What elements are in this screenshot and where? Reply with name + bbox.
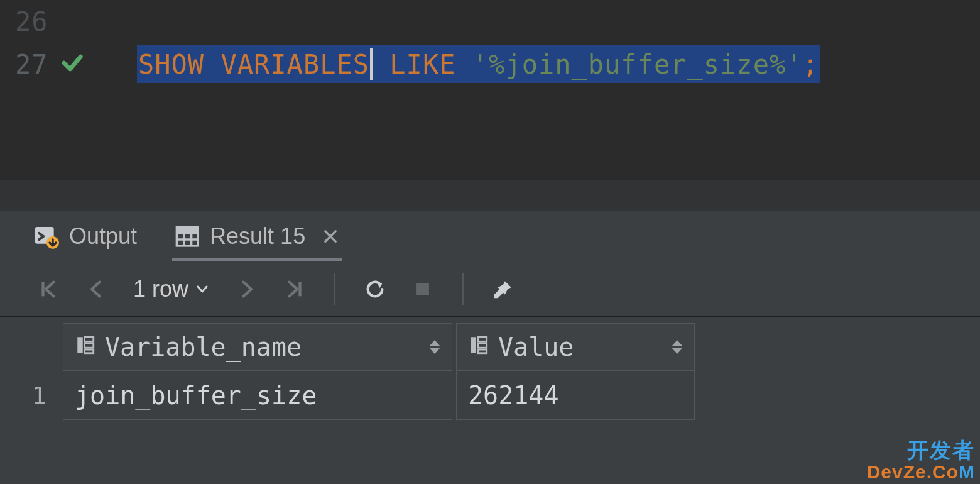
column-label: Variable_name bbox=[105, 333, 302, 361]
sql-semicolon: ; bbox=[803, 49, 819, 80]
output-icon bbox=[34, 224, 59, 249]
row-index: 1 bbox=[0, 371, 63, 420]
cell-variable-name[interactable]: join_buffer_size bbox=[63, 371, 452, 420]
column-icon bbox=[75, 333, 96, 361]
column-label: Value bbox=[498, 333, 574, 361]
gutter: 27 bbox=[0, 49, 126, 80]
checkmark-icon bbox=[60, 50, 85, 78]
stop-button[interactable] bbox=[408, 275, 437, 304]
svg-rect-12 bbox=[85, 349, 94, 353]
line-number: 26 bbox=[15, 6, 48, 37]
sort-icon[interactable] bbox=[672, 340, 683, 354]
panel-separator[interactable] bbox=[0, 180, 980, 211]
sort-icon[interactable] bbox=[429, 340, 440, 354]
sql-editor[interactable]: 26 27 SHOW VARIABLES LIKE bbox=[0, 0, 980, 180]
last-page-button[interactable] bbox=[280, 275, 309, 304]
svg-rect-8 bbox=[416, 283, 429, 295]
code-area[interactable] bbox=[126, 0, 980, 43]
next-page-button[interactable] bbox=[232, 275, 261, 304]
text-caret bbox=[370, 48, 373, 80]
tab-label: Output bbox=[69, 223, 137, 250]
svg-rect-10 bbox=[85, 337, 94, 341]
pin-button[interactable] bbox=[489, 275, 518, 304]
sql-keyword bbox=[373, 49, 389, 80]
column-icon bbox=[468, 333, 489, 361]
svg-rect-11 bbox=[85, 343, 94, 348]
code-line: 27 SHOW VARIABLES LIKE '%join_buffer_siz… bbox=[0, 43, 980, 85]
table-header-row: Variable_name Value bbox=[0, 323, 980, 371]
close-icon[interactable] bbox=[322, 228, 339, 245]
table-icon bbox=[175, 224, 200, 249]
table-row[interactable]: 1 join_buffer_size 262144 bbox=[0, 371, 980, 420]
sql-space bbox=[455, 49, 472, 80]
svg-rect-15 bbox=[478, 343, 487, 348]
svg-rect-13 bbox=[471, 337, 476, 353]
sql-string: '%join_buffer_size%' bbox=[472, 49, 803, 80]
svg-rect-9 bbox=[77, 337, 83, 353]
chevron-down-icon bbox=[195, 282, 210, 297]
result-toolbar: 1 row bbox=[0, 261, 980, 317]
line-number: 27 bbox=[15, 49, 48, 80]
row-header-blank bbox=[0, 323, 63, 371]
tab-label: Result 15 bbox=[210, 223, 305, 250]
prev-page-button[interactable] bbox=[82, 275, 111, 304]
sql-keyword: SHOW bbox=[138, 49, 204, 80]
sql-keyword: LIKE bbox=[389, 49, 455, 80]
row-count-label: 1 row bbox=[133, 276, 188, 302]
first-page-button[interactable] bbox=[34, 275, 63, 304]
code-line-prev: 26 bbox=[0, 0, 980, 43]
result-grid: Variable_name Value 1 join_buffer_size 2… bbox=[0, 317, 980, 484]
tab-result[interactable]: Result 15 bbox=[175, 211, 339, 261]
svg-rect-14 bbox=[478, 337, 487, 341]
code-area[interactable]: SHOW VARIABLES LIKE '%join_buffer_size%'… bbox=[126, 43, 980, 85]
gutter: 26 bbox=[0, 6, 126, 37]
toolbar-divider bbox=[462, 273, 464, 305]
svg-rect-7 bbox=[177, 227, 197, 233]
result-tabs: Output Result 15 bbox=[0, 211, 980, 261]
svg-rect-16 bbox=[478, 349, 487, 353]
sql-keyword bbox=[204, 49, 220, 80]
column-header[interactable]: Variable_name bbox=[63, 323, 452, 371]
column-header[interactable]: Value bbox=[456, 323, 695, 371]
cell-value[interactable]: 262144 bbox=[456, 371, 695, 420]
refresh-button[interactable] bbox=[361, 275, 389, 304]
toolbar-divider bbox=[334, 273, 335, 305]
sql-keyword: VARIABLES bbox=[220, 49, 369, 80]
tab-output[interactable]: Output bbox=[34, 211, 137, 261]
row-count-dropdown[interactable]: 1 row bbox=[133, 276, 210, 302]
